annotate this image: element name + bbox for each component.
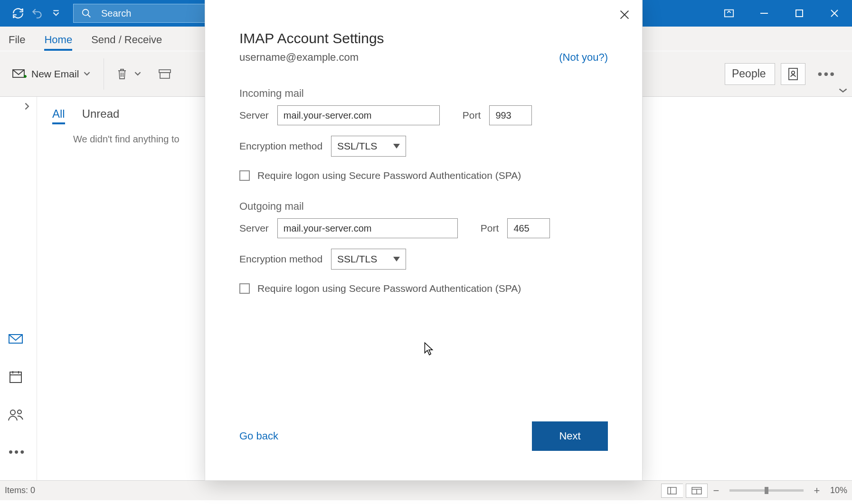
chevron-down-icon bbox=[393, 144, 400, 149]
close-window-icon[interactable] bbox=[824, 2, 845, 24]
ribbon-group-delete bbox=[104, 51, 151, 96]
outgoing-server-input[interactable] bbox=[277, 218, 458, 238]
mail-plus-icon bbox=[12, 68, 27, 80]
delete-button[interactable] bbox=[113, 65, 132, 84]
svg-point-1 bbox=[83, 9, 89, 16]
svg-rect-12 bbox=[160, 73, 170, 78]
search-icon bbox=[81, 8, 92, 19]
incoming-encryption-select[interactable]: SSL/TLS bbox=[331, 136, 406, 157]
find-people-box[interactable]: People bbox=[725, 63, 775, 85]
tab-send-receive[interactable]: Send / Receive bbox=[91, 34, 162, 51]
svg-point-26 bbox=[18, 410, 21, 414]
status-item-count: Items: 0 bbox=[5, 485, 35, 495]
nav-rail: ••• bbox=[0, 97, 37, 480]
status-right: − + 10% bbox=[661, 484, 847, 498]
outgoing-port-label: Port bbox=[481, 223, 499, 234]
zoom-slider[interactable] bbox=[729, 489, 804, 492]
mail-nav-icon[interactable] bbox=[8, 331, 24, 347]
ribbon-group-new: New Email bbox=[0, 51, 104, 96]
ribbon-overflow-button[interactable]: ••• bbox=[811, 66, 843, 82]
outgoing-server-label: Server bbox=[239, 223, 269, 234]
outgoing-heading: Outgoing mail bbox=[239, 200, 608, 213]
next-button-label: Next bbox=[559, 430, 580, 442]
incoming-spa-label: Require logon using Secure Password Auth… bbox=[257, 170, 521, 181]
sync-icon[interactable] bbox=[10, 6, 26, 21]
chevron-down-icon[interactable] bbox=[134, 70, 142, 78]
address-book-icon bbox=[787, 67, 799, 81]
undo-icon[interactable] bbox=[29, 6, 45, 21]
next-button[interactable]: Next bbox=[532, 421, 608, 451]
incoming-server-input[interactable] bbox=[277, 105, 440, 125]
find-people-label: People bbox=[732, 67, 766, 80]
incoming-spa-checkbox[interactable] bbox=[239, 170, 250, 181]
archive-button[interactable] bbox=[154, 65, 175, 83]
search-placeholder: Search bbox=[101, 8, 131, 19]
new-email-label: New Email bbox=[31, 68, 79, 80]
new-email-button[interactable]: New Email bbox=[9, 65, 95, 83]
archive-icon bbox=[158, 68, 171, 80]
svg-point-25 bbox=[10, 410, 15, 415]
view-reading-button[interactable] bbox=[686, 484, 708, 498]
incoming-heading: Incoming mail bbox=[239, 87, 608, 100]
qat-customize-icon[interactable] bbox=[51, 6, 61, 21]
zoom-out-button[interactable]: − bbox=[710, 485, 722, 496]
svg-rect-16 bbox=[10, 372, 21, 383]
incoming-port-input[interactable] bbox=[489, 105, 532, 125]
svg-point-14 bbox=[791, 71, 794, 74]
zoom-in-button[interactable]: + bbox=[811, 485, 823, 496]
nav-more-icon[interactable]: ••• bbox=[8, 445, 37, 459]
tab-home[interactable]: Home bbox=[44, 34, 72, 51]
zoom-percent: 10% bbox=[830, 485, 847, 495]
address-book-button[interactable] bbox=[781, 63, 805, 85]
outgoing-encryption-value: SSL/TLS bbox=[337, 253, 377, 265]
outgoing-spa-label: Require logon using Secure Password Auth… bbox=[257, 283, 521, 294]
outgoing-port-input[interactable] bbox=[507, 218, 550, 238]
incoming-port-label: Port bbox=[463, 110, 481, 121]
maximize-icon[interactable] bbox=[788, 2, 810, 24]
incoming-encryption-label: Encryption method bbox=[239, 140, 322, 152]
ribbon-display-options-icon[interactable] bbox=[718, 2, 740, 24]
status-bar: Items: 0 − + 10% bbox=[0, 480, 852, 500]
imap-settings-dialog: IMAP Account Settings username@example.c… bbox=[205, 0, 642, 480]
ribbon-right: People ••• bbox=[725, 63, 852, 85]
outgoing-encryption-select[interactable]: SSL/TLS bbox=[331, 249, 406, 270]
svg-line-2 bbox=[88, 15, 91, 18]
dialog-email: username@example.com bbox=[239, 51, 359, 64]
svg-rect-5 bbox=[796, 10, 803, 17]
trash-icon bbox=[116, 67, 128, 81]
chevron-down-icon bbox=[84, 70, 91, 78]
filter-tab-unread[interactable]: Unread bbox=[82, 107, 120, 124]
people-nav-icon[interactable] bbox=[8, 407, 24, 423]
svg-rect-27 bbox=[668, 487, 676, 494]
dialog-close-button[interactable] bbox=[616, 7, 633, 23]
go-back-link[interactable]: Go back bbox=[239, 430, 278, 442]
not-you-link[interactable]: (Not you?) bbox=[559, 51, 608, 64]
incoming-encryption-value: SSL/TLS bbox=[337, 140, 377, 152]
dialog-title: IMAP Account Settings bbox=[239, 30, 608, 47]
calendar-nav-icon[interactable] bbox=[8, 369, 24, 385]
collapse-ribbon-icon[interactable] bbox=[837, 85, 849, 94]
zoom-slider-thumb[interactable] bbox=[765, 487, 768, 494]
svg-marker-34 bbox=[393, 144, 400, 149]
ribbon-group-archive bbox=[151, 51, 184, 96]
view-normal-button[interactable] bbox=[661, 484, 683, 498]
window-controls bbox=[718, 2, 852, 24]
svg-marker-35 bbox=[393, 257, 400, 261]
filter-tab-all[interactable]: All bbox=[52, 107, 65, 124]
expand-folder-pane-icon[interactable] bbox=[0, 97, 37, 116]
nav-rail-icons: ••• bbox=[0, 331, 37, 480]
outgoing-spa-checkbox[interactable] bbox=[239, 283, 250, 294]
incoming-server-label: Server bbox=[239, 110, 269, 121]
chevron-down-icon bbox=[393, 257, 400, 261]
minimize-icon[interactable] bbox=[753, 2, 775, 24]
tab-file[interactable]: File bbox=[9, 34, 25, 51]
outgoing-encryption-label: Encryption method bbox=[239, 253, 322, 265]
